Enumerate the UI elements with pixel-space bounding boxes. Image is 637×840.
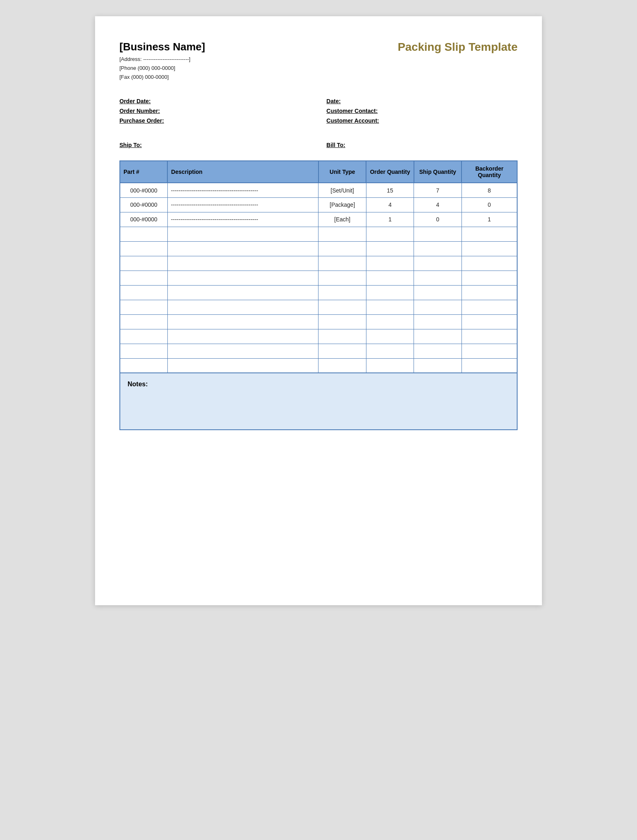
customer-contact-row: Customer Contact: [327, 108, 518, 114]
cell-desc-3 [167, 227, 318, 241]
info-right-col: Date: Customer Contact: Customer Account… [327, 98, 518, 127]
cell-unit-1: [Package] [318, 197, 366, 212]
cell-part-10 [120, 329, 167, 344]
col-header-unit-type: Unit Type [318, 161, 366, 183]
page-title: Packing Slip Template [398, 41, 518, 54]
cell-part-6 [120, 271, 167, 285]
order-number-row: Order Number: [119, 108, 310, 114]
cell-unit-5 [318, 256, 366, 271]
table-row: 000-#0000 ------------------------------… [120, 183, 517, 197]
col-header-order-qty: Order Quantity [366, 161, 414, 183]
cell-oq-4 [366, 241, 414, 256]
cell-oq-11 [366, 344, 414, 358]
cell-bq-10 [462, 329, 517, 344]
date-label: Date: [327, 98, 341, 104]
cell-desc-12 [167, 358, 318, 373]
cell-oq-7 [366, 285, 414, 300]
cell-sq-12 [414, 358, 462, 373]
order-date-label: Order Date: [119, 98, 151, 104]
cell-sq-8 [414, 300, 462, 314]
cell-bq-8 [462, 300, 517, 314]
page: [Business Name] [Address: --------------… [95, 16, 542, 605]
cell-sq-10 [414, 329, 462, 344]
cell-oq-3 [366, 227, 414, 241]
cell-unit-8 [318, 300, 366, 314]
table-row [120, 329, 517, 344]
cell-sq-9 [414, 314, 462, 329]
purchase-order-row: Purchase Order: [119, 117, 310, 124]
table-header-row: Part # Description Unit Type Order Quant… [120, 161, 517, 183]
table-row: 000-#0000 ------------------------------… [120, 197, 517, 212]
cell-sq-6 [414, 271, 462, 285]
cell-unit-9 [318, 314, 366, 329]
ship-to-col: Ship To: [119, 142, 310, 148]
bill-to-col: Bill To: [327, 142, 518, 148]
order-date-row: Order Date: [119, 98, 310, 104]
cell-part-3 [120, 227, 167, 241]
cell-bq-7 [462, 285, 517, 300]
cell-unit-4 [318, 241, 366, 256]
cell-desc-2: ----------------------------------------… [167, 212, 318, 227]
date-row: Date: [327, 98, 518, 104]
cell-sq-1: 4 [414, 197, 462, 212]
cell-part-4 [120, 241, 167, 256]
cell-bq-9 [462, 314, 517, 329]
cell-bq-5 [462, 256, 517, 271]
table-section: Part # Description Unit Type Order Quant… [119, 160, 518, 373]
col-header-part: Part # [120, 161, 167, 183]
cell-unit-12 [318, 358, 366, 373]
cell-part-11 [120, 344, 167, 358]
table-row [120, 358, 517, 373]
cell-oq-0: 15 [366, 183, 414, 197]
cell-oq-2: 1 [366, 212, 414, 227]
cell-bq-12 [462, 358, 517, 373]
table-row [120, 256, 517, 271]
cell-bq-3 [462, 227, 517, 241]
table-row [120, 285, 517, 300]
cell-part-1: 000-#0000 [120, 197, 167, 212]
cell-desc-7 [167, 285, 318, 300]
business-address: [Address: --------------------------] [119, 55, 205, 64]
business-block: [Business Name] [Address: --------------… [119, 41, 205, 82]
info-section: Order Date: Order Number: Purchase Order… [119, 98, 518, 127]
table-row [120, 314, 517, 329]
cell-sq-7 [414, 285, 462, 300]
cell-part-5 [120, 256, 167, 271]
business-fax: [Fax (000) 000-0000] [119, 73, 205, 82]
col-header-backorder-qty: Backorder Quantity [462, 161, 517, 183]
cell-part-9 [120, 314, 167, 329]
table-row [120, 300, 517, 314]
customer-account-row: Customer Account: [327, 117, 518, 124]
notes-section: Notes: [119, 373, 518, 430]
cell-part-0: 000-#0000 [120, 183, 167, 197]
cell-bq-1: 0 [462, 197, 517, 212]
cell-desc-11 [167, 344, 318, 358]
cell-unit-10 [318, 329, 366, 344]
cell-oq-8 [366, 300, 414, 314]
cell-unit-7 [318, 285, 366, 300]
cell-sq-2: 0 [414, 212, 462, 227]
cell-bq-4 [462, 241, 517, 256]
packing-table: Part # Description Unit Type Order Quant… [119, 160, 518, 373]
cell-desc-0: ----------------------------------------… [167, 183, 318, 197]
cell-unit-6 [318, 271, 366, 285]
cell-bq-11 [462, 344, 517, 358]
cell-bq-0: 8 [462, 183, 517, 197]
cell-unit-0: [Set/Unit] [318, 183, 366, 197]
cell-oq-12 [366, 358, 414, 373]
business-phone: [Phone (000) 000-0000] [119, 64, 205, 73]
table-row [120, 241, 517, 256]
customer-contact-label: Customer Contact: [327, 108, 378, 114]
cell-desc-4 [167, 241, 318, 256]
ship-bill-section: Ship To: Bill To: [119, 142, 518, 148]
cell-part-7 [120, 285, 167, 300]
cell-unit-2: [Each] [318, 212, 366, 227]
info-left-col: Order Date: Order Number: Purchase Order… [119, 98, 310, 127]
cell-desc-10 [167, 329, 318, 344]
table-row [120, 227, 517, 241]
cell-part-12 [120, 358, 167, 373]
cell-unit-11 [318, 344, 366, 358]
cell-desc-9 [167, 314, 318, 329]
cell-bq-2: 1 [462, 212, 517, 227]
cell-part-2: 000-#0000 [120, 212, 167, 227]
